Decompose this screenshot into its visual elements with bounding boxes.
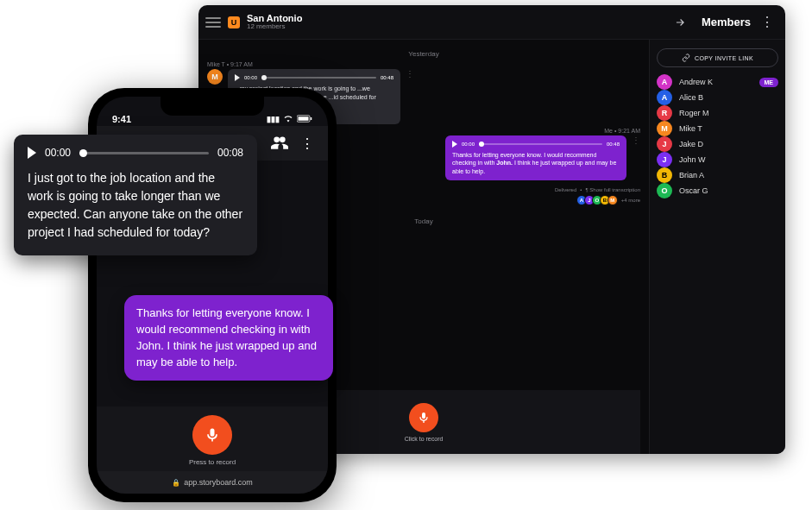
message-bubble-own[interactable]: 00:00 00:48 Thanks for letting everyone … (445, 135, 626, 180)
phone-footer: Press to record (97, 406, 328, 471)
member-row[interactable]: JJake D (657, 136, 778, 152)
member-row[interactable]: RRoger M (657, 105, 778, 121)
channel-member-count: 12 members (247, 23, 302, 30)
menu-icon[interactable] (205, 15, 221, 30)
member-name: Jake D (679, 140, 703, 148)
avatar: O (657, 183, 672, 198)
own-reply-bubble-large[interactable]: Thanks for letting everyone know. I woul… (124, 295, 333, 381)
audio-player[interactable]: 00:00 00:48 (235, 74, 393, 81)
copy-link-label: COPY INVITE LINK (695, 55, 753, 61)
member-name: Andrew K (679, 78, 713, 86)
avatar: J (657, 152, 672, 167)
avatar: B (657, 167, 672, 183)
record-hint: Press to record (189, 458, 236, 466)
audio-current-time: 00:00 (244, 74, 257, 81)
member-row[interactable]: JJohn W (657, 152, 778, 167)
phone-notch (161, 97, 264, 116)
mention-john[interactable]: John. (496, 160, 513, 166)
wifi-icon (283, 114, 293, 124)
transcription-text: I just got to the job location and the w… (28, 169, 243, 242)
copy-invite-link-button[interactable]: COPY INVITE LINK (657, 48, 778, 67)
member-row[interactable]: OOscar G (657, 183, 778, 198)
audio-track[interactable] (261, 77, 376, 79)
members-header: Members (702, 16, 751, 28)
me-badge: ME (759, 78, 779, 87)
phone-clock: 9:41 (112, 114, 131, 124)
audio-duration: 00:08 (217, 147, 243, 159)
message-meta: Mike T • 9:17 AM (207, 61, 640, 67)
record-button[interactable] (192, 415, 232, 455)
play-icon[interactable] (28, 147, 36, 159)
signal-icon: ▮▮▮ (267, 115, 280, 123)
seen-more-count[interactable]: +4 more (621, 198, 640, 203)
audio-player[interactable]: 00:00 00:48 (452, 141, 620, 148)
avatar: M (657, 121, 672, 136)
delivered-label: Delivered (555, 187, 576, 192)
avatar[interactable]: M (207, 69, 223, 85)
more-icon[interactable]: ⋮ (299, 135, 316, 152)
member-name: Mike T (679, 124, 702, 133)
member-name: Oscar G (679, 186, 708, 195)
svg-rect-1 (299, 116, 309, 121)
audio-duration: 00:48 (607, 141, 620, 148)
browser-url-bar[interactable]: 🔒 app.storyboard.com (97, 471, 328, 494)
member-row[interactable]: MMike T (657, 121, 778, 136)
member-name: John W (679, 155, 706, 164)
audio-track[interactable] (79, 152, 209, 154)
audio-duration: 00:48 (381, 74, 393, 81)
member-name: Brian A (679, 171, 704, 179)
member-row[interactable]: AAlice B (657, 90, 778, 105)
member-row[interactable]: AAndrew KME (657, 74, 778, 90)
members-icon[interactable] (271, 135, 288, 152)
avatar: A (657, 90, 672, 105)
seen-avatar: M (607, 195, 618, 205)
lock-icon: 🔒 (172, 479, 180, 487)
play-icon[interactable] (235, 74, 240, 81)
avatar: A (657, 74, 672, 90)
desktop-header: U San Antonio 12 members Members ⋮ (198, 5, 785, 40)
svg-rect-2 (311, 117, 312, 120)
reply-text: Thanks for letting everyone know. I woul… (136, 306, 317, 368)
members-panel: COPY INVITE LINK AAndrew KMEAAlice BRRog… (649, 40, 785, 454)
audio-current-time: 00:00 (45, 147, 71, 159)
channel-badge: U (228, 16, 240, 28)
record-hint: Click to record (405, 436, 444, 442)
avatar: R (657, 105, 672, 121)
record-button[interactable] (409, 403, 438, 432)
avatar: J (657, 136, 672, 152)
forward-icon[interactable] (670, 13, 689, 32)
member-row[interactable]: BBrian A (657, 167, 778, 183)
transcription-card[interactable]: 00:00 00:08 I just got to the job locati… (14, 135, 257, 255)
message-actions-icon[interactable]: ⋮ (632, 135, 640, 180)
message-actions-icon[interactable]: ⋮ (406, 69, 414, 124)
date-divider-yesterday: Yesterday (207, 47, 640, 61)
more-icon[interactable]: ⋮ (758, 13, 777, 32)
audio-player[interactable]: 00:00 00:08 (28, 147, 243, 159)
battery-icon (297, 115, 312, 124)
show-full-transcription[interactable]: Show full transcription (589, 187, 640, 192)
audio-current-time: 00:00 (462, 141, 475, 148)
channel-title-block[interactable]: San Antonio 12 members (247, 14, 302, 31)
browser-url: app.storyboard.com (184, 478, 253, 487)
member-name: Alice B (679, 93, 703, 102)
member-name: Roger M (679, 109, 709, 117)
audio-track[interactable] (479, 143, 602, 145)
play-icon[interactable] (452, 141, 457, 148)
